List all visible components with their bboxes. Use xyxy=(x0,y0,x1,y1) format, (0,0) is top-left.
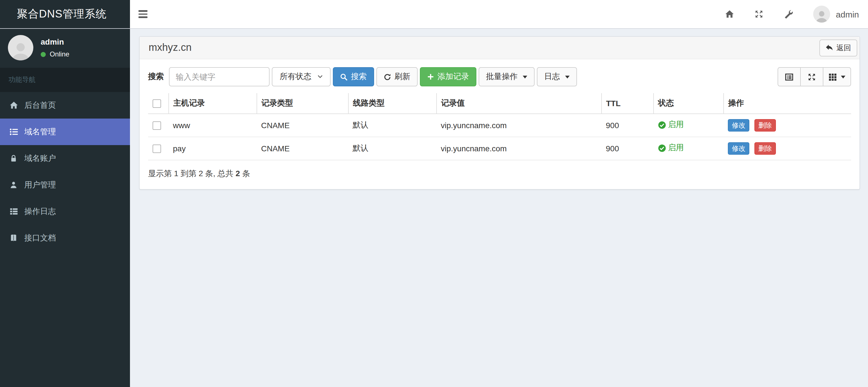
cell-line: 默认 xyxy=(348,137,436,160)
sidebar: admin Online 功能导航 后台首页 域名管理 xyxy=(0,28,130,387)
table-fullscreen-button[interactable] xyxy=(800,67,824,86)
row-checkbox[interactable] xyxy=(153,145,161,153)
column-header-actions: 操作 xyxy=(723,93,851,114)
plus-icon xyxy=(427,73,434,80)
cell-ttl: 900 xyxy=(601,114,653,137)
sidebar-item-logs[interactable]: 操作日志 xyxy=(0,198,130,225)
fullscreen-icon[interactable] xyxy=(754,10,764,19)
columns-dropdown-button[interactable] xyxy=(823,67,851,86)
book-icon xyxy=(8,234,19,242)
batch-actions-dropdown[interactable]: 批量操作 xyxy=(478,67,535,86)
sidebar-toggle-button[interactable] xyxy=(130,0,156,28)
select-all-checkbox[interactable] xyxy=(153,100,161,108)
sidebar-item-domain-accounts[interactable]: 域名账户 xyxy=(0,145,130,172)
online-status-dot xyxy=(41,52,46,57)
status-label: 启用 xyxy=(668,120,684,130)
expand-icon xyxy=(808,73,816,81)
sidebar-item-label: 操作日志 xyxy=(24,206,56,216)
caret-down-icon xyxy=(841,75,845,78)
box-header: mxhyz.cn 返回 xyxy=(140,37,860,59)
pagination-suffix: 条 xyxy=(242,169,250,178)
status-filter-select[interactable]: 所有状态 xyxy=(272,67,331,86)
table-header-row: 主机记录 记录类型 线路类型 记录值 TTL 状态 操作 xyxy=(148,93,851,114)
sidebar-user-avatar xyxy=(8,35,33,61)
user-avatar xyxy=(813,6,830,23)
pagination-total: 2 xyxy=(236,169,240,178)
toggle-view-button[interactable] xyxy=(778,67,801,86)
domain-records-box: mxhyz.cn 返回 搜索 所有状态 xyxy=(139,36,860,190)
edit-button[interactable]: 修改 xyxy=(728,142,749,155)
table-row: www CNAME 默认 vip.yuncname.com 900 启用 xyxy=(148,114,851,137)
sidebar-item-users[interactable]: 用户管理 xyxy=(0,172,130,198)
sidebar-username: admin xyxy=(41,37,69,46)
chevron-down-icon xyxy=(318,75,323,78)
cell-type: CNAME xyxy=(256,137,348,160)
status-label: 启用 xyxy=(668,143,684,153)
log-dropdown-label: 日志 xyxy=(544,72,560,82)
sidebar-item-label: 域名账户 xyxy=(24,153,56,164)
refresh-icon xyxy=(384,73,391,80)
cell-value: vip.yuncname.com xyxy=(436,114,601,137)
th-grid-icon xyxy=(829,73,837,81)
records-toolbar: 搜索 所有状态 搜索 xyxy=(148,67,851,86)
navbar-username: admin xyxy=(836,9,859,19)
sidebar-user-info: admin Online xyxy=(41,37,69,58)
sidebar-item-domains[interactable]: 域名管理 xyxy=(0,118,130,145)
home-icon[interactable] xyxy=(725,10,734,19)
sidebar-item-label: 域名管理 xyxy=(24,127,56,137)
sidebar-menu: 后台首页 域名管理 域名账户 用户管理 xyxy=(0,92,130,251)
wrench-icon[interactable] xyxy=(784,10,793,19)
cell-type: CNAME xyxy=(256,114,348,137)
back-button-label: 返回 xyxy=(836,43,851,53)
search-button[interactable]: 搜索 xyxy=(333,67,374,86)
back-button[interactable]: 返回 xyxy=(819,39,857,56)
search-button-label: 搜索 xyxy=(351,72,367,82)
sidebar-item-label: 后台首页 xyxy=(24,100,56,110)
check-circle-icon xyxy=(658,144,666,152)
app-root: 聚合DNS管理系统 admin xyxy=(0,0,868,387)
refresh-button[interactable]: 刷新 xyxy=(376,67,417,86)
sidebar-item-label: 接口文档 xyxy=(24,233,56,243)
sidebar-item-label: 用户管理 xyxy=(24,180,56,190)
caret-down-icon xyxy=(565,75,569,78)
online-status-label: Online xyxy=(50,50,69,58)
log-dropdown[interactable]: 日志 xyxy=(537,67,577,86)
user-menu[interactable]: admin xyxy=(813,6,859,23)
sidebar-user-status[interactable]: Online xyxy=(41,50,69,58)
row-checkbox[interactable] xyxy=(153,122,161,130)
navbar-right: admin xyxy=(725,6,868,23)
cell-host: www xyxy=(168,114,256,137)
search-icon xyxy=(340,73,347,80)
edit-button[interactable]: 修改 xyxy=(728,119,749,132)
column-header-ttl: TTL xyxy=(601,93,653,114)
delete-button[interactable]: 删除 xyxy=(754,142,776,155)
keyword-input[interactable] xyxy=(169,67,270,86)
sidebar-user-panel: admin Online xyxy=(0,28,130,67)
delete-button[interactable]: 删除 xyxy=(754,119,776,132)
table-row: pay CNAME 默认 vip.yuncname.com 900 启用 xyxy=(148,137,851,160)
box-body: 搜索 所有状态 搜索 xyxy=(140,59,860,189)
home-icon xyxy=(8,101,19,109)
sidebar-item-dashboard[interactable]: 后台首页 xyxy=(0,92,130,118)
add-record-button[interactable]: 添加记录 xyxy=(420,67,476,86)
search-label: 搜索 xyxy=(148,72,164,82)
caret-down-icon xyxy=(523,75,527,78)
status-badge: 启用 xyxy=(658,143,684,153)
sidebar-item-api-docs[interactable]: 接口文档 xyxy=(0,225,130,251)
cell-ttl: 900 xyxy=(601,137,653,160)
th-list-icon xyxy=(8,207,19,216)
check-circle-icon xyxy=(658,121,666,129)
pagination-info: 显示第 1 到第 2 条, 总共2条 xyxy=(148,169,851,179)
cell-host: pay xyxy=(168,137,256,160)
cell-line: 默认 xyxy=(348,114,436,137)
navbar-main: admin xyxy=(130,0,868,28)
hamburger-icon xyxy=(138,10,148,12)
app-logo[interactable]: 聚合DNS管理系统 xyxy=(0,0,130,28)
top-navbar: 聚合DNS管理系统 admin xyxy=(0,0,868,29)
list-alt-icon xyxy=(785,73,794,81)
list-icon xyxy=(8,128,19,136)
column-header-host: 主机记录 xyxy=(168,93,256,114)
status-filter-value: 所有状态 xyxy=(280,72,311,82)
lock-icon xyxy=(8,154,19,163)
main-content: mxhyz.cn 返回 搜索 所有状态 xyxy=(130,28,868,387)
